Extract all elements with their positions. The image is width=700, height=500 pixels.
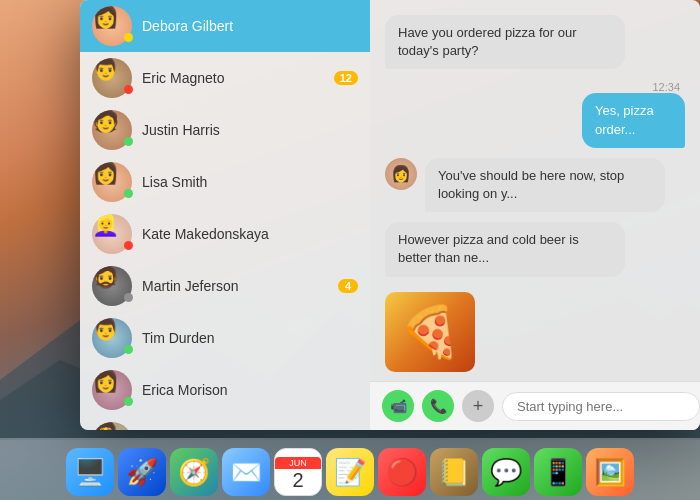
dock-item-messages[interactable]: 💬 [482, 448, 530, 496]
dock-item-notes[interactable]: 📝 [326, 448, 374, 496]
dock: 🖥️ 🚀 🧭 ✉️ JUN 2 📝 🔴 📒 💬 📱 🖼️ [0, 438, 700, 500]
app-window: 👩 Debora Gilbert 👨 Eric Magneto 12 🧑 Jus… [80, 0, 700, 430]
contact-name-erica: Erica Morison [142, 382, 358, 398]
contact-name-kate: Kate Makedonskaya [142, 226, 358, 242]
message-row-4: However pizza and cold beer is better th… [385, 222, 685, 276]
chat-area: Have you ordered pizza for our today's p… [370, 0, 700, 430]
dock-item-calendar[interactable]: JUN 2 [274, 448, 322, 496]
message-row-3: 👩 You've should be here now, stop lookin… [385, 158, 685, 212]
calendar-day: 2 [292, 469, 303, 491]
status-dot-tim [124, 345, 133, 354]
message-bubble-4: However pizza and cold beer is better th… [385, 222, 625, 276]
status-dot-debora [124, 33, 133, 42]
sidebar: 👩 Debora Gilbert 👨 Eric Magneto 12 🧑 Jus… [80, 0, 370, 430]
contact-item-lisa-smith[interactable]: 👩 Lisa Smith [80, 156, 370, 208]
phone-icon: 📞 [430, 398, 447, 414]
status-dot-kate [124, 241, 133, 250]
contact-item-justin-harris[interactable]: 🧑 Justin Harris [80, 104, 370, 156]
status-dot-martin [124, 293, 133, 302]
add-button[interactable]: + [462, 390, 494, 422]
contact-item-jason-dou[interactable]: 👩‍🦱 Jason Dou [80, 416, 370, 430]
reminders-icon: 🔴 [386, 457, 418, 488]
contact-item-debora-gilbert[interactable]: 👩 Debora Gilbert [80, 0, 370, 52]
status-dot-justin [124, 137, 133, 146]
contact-name-tim: Tim Durden [142, 330, 358, 346]
contact-name-lisa: Lisa Smith [142, 174, 358, 190]
message-bubble-1: Have you ordered pizza for our today's p… [385, 15, 625, 69]
message-bubble-3: You've should be here now, stop looking … [425, 158, 665, 212]
message-avatar-3: 👩 [385, 158, 417, 190]
chat-input-bar: 📹 📞 + [370, 381, 700, 430]
badge-eric: 12 [334, 71, 358, 85]
dock-item-launchpad[interactable]: 🚀 [118, 448, 166, 496]
avatar-jason: 👩‍🦱 [92, 422, 132, 430]
facetime-icon: 📱 [542, 457, 574, 488]
video-icon: 📹 [390, 398, 407, 414]
messages-icon: 💬 [490, 457, 522, 488]
dock-item-finder[interactable]: 🖥️ [66, 448, 114, 496]
dock-item-reminders[interactable]: 🔴 [378, 448, 426, 496]
contact-name-debora: Debora Gilbert [142, 18, 358, 34]
plus-icon: + [473, 396, 484, 417]
contact-name-eric: Eric Magneto [142, 70, 334, 86]
notes-icon: 📝 [334, 457, 366, 488]
dock-item-safari[interactable]: 🧭 [170, 448, 218, 496]
contact-item-eric-magneto[interactable]: 👨 Eric Magneto 12 [80, 52, 370, 104]
status-dot-erica [124, 397, 133, 406]
message-row-2: 12:34 Yes, pizza order... [556, 79, 685, 147]
launchpad-icon: 🚀 [126, 457, 158, 488]
contact-item-erica-morison[interactable]: 👩 Erica Morison [80, 364, 370, 416]
contact-name-justin: Justin Harris [142, 122, 358, 138]
status-dot-eric [124, 85, 133, 94]
finder-icon: 🖥️ [74, 457, 106, 488]
mail-icon: ✉️ [230, 457, 262, 488]
photos-icon: 🖼️ [594, 457, 626, 488]
dock-item-facetime[interactable]: 📱 [534, 448, 582, 496]
phone-call-button[interactable]: 📞 [422, 390, 454, 422]
dock-item-contacts[interactable]: 📒 [430, 448, 478, 496]
message-input[interactable] [502, 392, 700, 421]
calendar-top: JUN [275, 457, 321, 469]
chat-messages: Have you ordered pizza for our today's p… [370, 0, 700, 381]
message-row-5 [385, 287, 685, 372]
dock-item-photos[interactable]: 🖼️ [586, 448, 634, 496]
message-time-2: 12:34 [652, 81, 685, 93]
contacts-icon: 📒 [438, 457, 470, 488]
contact-item-martin-jeferson[interactable]: 🧔 Martin Jeferson 4 [80, 260, 370, 312]
pizza-image [385, 292, 475, 372]
contact-item-kate-makedonskaya[interactable]: 👱‍♀️ Kate Makedonskaya [80, 208, 370, 260]
video-call-button[interactable]: 📹 [382, 390, 414, 422]
badge-martin: 4 [338, 279, 358, 293]
status-dot-lisa [124, 189, 133, 198]
message-row-1: Have you ordered pizza for our today's p… [385, 15, 685, 69]
message-bubble-2: Yes, pizza order... [582, 93, 685, 147]
contact-name-martin: Martin Jeferson [142, 278, 338, 294]
contact-item-tim-durden[interactable]: 👨 Tim Durden [80, 312, 370, 364]
safari-icon: 🧭 [178, 457, 210, 488]
dock-item-mail[interactable]: ✉️ [222, 448, 270, 496]
